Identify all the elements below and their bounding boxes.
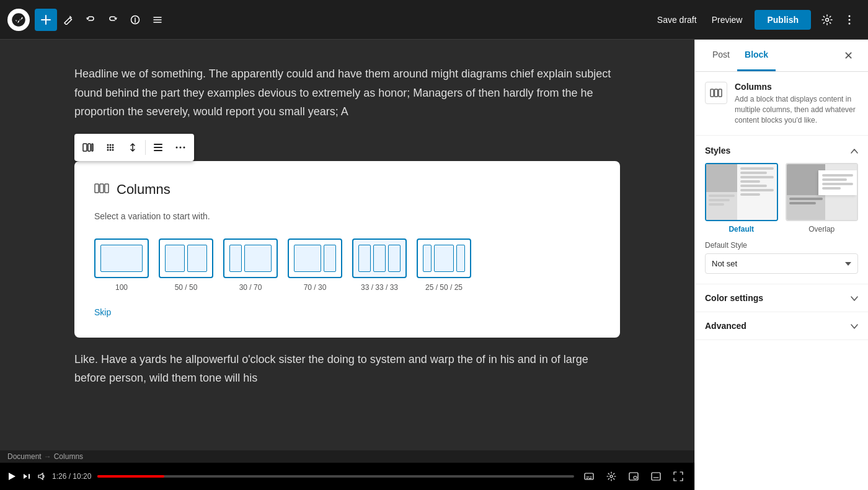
- svg-point-16: [107, 149, 109, 151]
- svg-point-14: [110, 146, 112, 148]
- skip-button[interactable]: Skip: [94, 307, 111, 317]
- sidebar-close-button[interactable]: ✕: [838, 46, 858, 66]
- variation-30-70-label: 30 / 70: [239, 283, 262, 292]
- style-preview-overlap[interactable]: Overlap: [786, 163, 859, 234]
- svg-point-12: [112, 144, 114, 146]
- block-toolbar: [74, 134, 194, 161]
- settings-button[interactable]: [816, 9, 838, 31]
- color-settings-section[interactable]: Color settings: [695, 284, 868, 312]
- breadcrumb-document[interactable]: Document: [7, 452, 42, 461]
- main-area: Headline we of something. The apparently…: [0, 40, 868, 490]
- block-info-description: Add a block that displays content in mul…: [735, 94, 858, 125]
- subtitle-button[interactable]: [580, 468, 598, 485]
- svg-point-22: [176, 146, 178, 148]
- variation-50-50[interactable]: 50 / 50: [159, 238, 213, 292]
- columns-picker-card: Columns Select a variation to start with…: [74, 161, 620, 338]
- skip-forward-button[interactable]: [22, 472, 31, 481]
- miniplayer-button[interactable]: [647, 468, 665, 485]
- sidebar: Post Block ✕ Columns Add a block that di…: [694, 40, 868, 490]
- advanced-chevron-icon: [851, 321, 858, 331]
- svg-point-31: [610, 475, 613, 478]
- styles-section-header[interactable]: Styles: [705, 146, 858, 155]
- redo-button[interactable]: [102, 9, 124, 31]
- variation-33-33-33-label: 33 / 33 / 33: [361, 283, 398, 292]
- variation-30-70[interactable]: 30 / 70: [223, 238, 278, 292]
- breadcrumb-page[interactable]: Columns: [54, 452, 83, 461]
- default-style-label: Default Style: [705, 241, 858, 250]
- variation-70-30-box[interactable]: [288, 238, 342, 278]
- publish-button[interactable]: Publish: [755, 10, 811, 30]
- svg-rect-35: [711, 89, 714, 97]
- style-preview-default[interactable]: Default: [705, 163, 778, 234]
- svg-point-23: [180, 146, 182, 148]
- variation-30-70-box[interactable]: [223, 238, 278, 278]
- block-move-grid-button[interactable]: [99, 136, 122, 159]
- svg-rect-36: [715, 89, 718, 97]
- block-info-title: Columns: [735, 82, 858, 92]
- variation-50-50-box[interactable]: [159, 238, 213, 278]
- advanced-title: Advanced: [705, 321, 746, 331]
- add-block-button[interactable]: [35, 9, 57, 31]
- breadcrumb-separator: →: [44, 452, 51, 461]
- columns-card-header: Columns: [94, 181, 600, 199]
- svg-point-18: [112, 149, 114, 151]
- video-bar: 1:26 / 10:20: [0, 463, 694, 490]
- variation-25-50-25[interactable]: 25 / 50 / 25: [417, 238, 471, 292]
- variation-25-50-25-box[interactable]: [417, 238, 471, 278]
- settings-video-button[interactable]: [603, 468, 620, 485]
- style-preview-overlap-label: Overlap: [786, 225, 859, 234]
- block-info: Columns Add a block that displays conten…: [695, 72, 868, 136]
- svg-rect-21: [154, 150, 162, 151]
- editor-scroll[interactable]: Headline we of something. The apparently…: [0, 40, 694, 450]
- tab-post[interactable]: Post: [705, 40, 737, 71]
- wp-logo[interactable]: W: [7, 9, 30, 31]
- volume-button[interactable]: [37, 472, 46, 481]
- undo-button[interactable]: [79, 9, 102, 31]
- block-move-arrows-button[interactable]: [122, 136, 144, 159]
- play-button[interactable]: [7, 472, 16, 481]
- info-button[interactable]: [124, 9, 146, 31]
- styles-section-title: Styles: [705, 146, 730, 155]
- save-draft-button[interactable]: Save draft: [650, 11, 704, 28]
- style-preview-default-img: [705, 163, 778, 221]
- pip-button[interactable]: [625, 468, 642, 485]
- tab-block[interactable]: Block: [737, 40, 776, 71]
- fullscreen-button[interactable]: [670, 468, 687, 485]
- variation-33-33-33-box[interactable]: [352, 238, 407, 278]
- svg-point-6: [849, 22, 851, 24]
- advanced-section[interactable]: Advanced: [695, 312, 868, 340]
- variation-33-33-33[interactable]: 33 / 33 / 33: [352, 238, 407, 292]
- svg-rect-37: [719, 89, 722, 97]
- svg-rect-20: [154, 144, 162, 145]
- list-view-button[interactable]: [146, 9, 169, 31]
- svg-point-17: [110, 149, 112, 151]
- block-info-text: Columns Add a block that displays conten…: [735, 82, 858, 125]
- variation-70-30[interactable]: 70 / 30: [288, 238, 342, 292]
- variation-100[interactable]: 100: [94, 238, 149, 292]
- variation-25-50-25-label: 25 / 50 / 25: [425, 283, 463, 292]
- styles-section: Styles: [695, 136, 868, 284]
- svg-rect-25: [95, 184, 99, 193]
- more-options-button[interactable]: [838, 9, 861, 31]
- variation-100-box[interactable]: [94, 238, 149, 278]
- svg-point-24: [184, 146, 185, 148]
- default-style-select[interactable]: Not set: [705, 253, 858, 274]
- progress-bar[interactable]: [97, 475, 574, 478]
- preview-button[interactable]: Preview: [704, 11, 750, 28]
- svg-point-11: [110, 144, 112, 146]
- block-align-button[interactable]: [147, 136, 169, 159]
- styles-chevron-icon: [851, 146, 858, 155]
- style-preview-overlap-img: [786, 163, 859, 221]
- edit-mode-button[interactable]: [57, 9, 79, 31]
- svg-rect-26: [100, 184, 104, 193]
- svg-rect-27: [105, 184, 108, 193]
- columns-variations: 100 50 / 50: [94, 238, 600, 292]
- style-preview-default-label: Default: [705, 225, 778, 234]
- variation-70-30-label: 70 / 30: [304, 283, 327, 292]
- block-type-button[interactable]: [77, 136, 99, 159]
- svg-rect-29: [29, 474, 30, 479]
- block-more-button[interactable]: [169, 136, 192, 159]
- top-bar: W Save draft Preview Publish: [0, 0, 868, 40]
- toolbar-divider: [145, 140, 146, 155]
- sidebar-tabs: Post Block ✕: [695, 40, 868, 72]
